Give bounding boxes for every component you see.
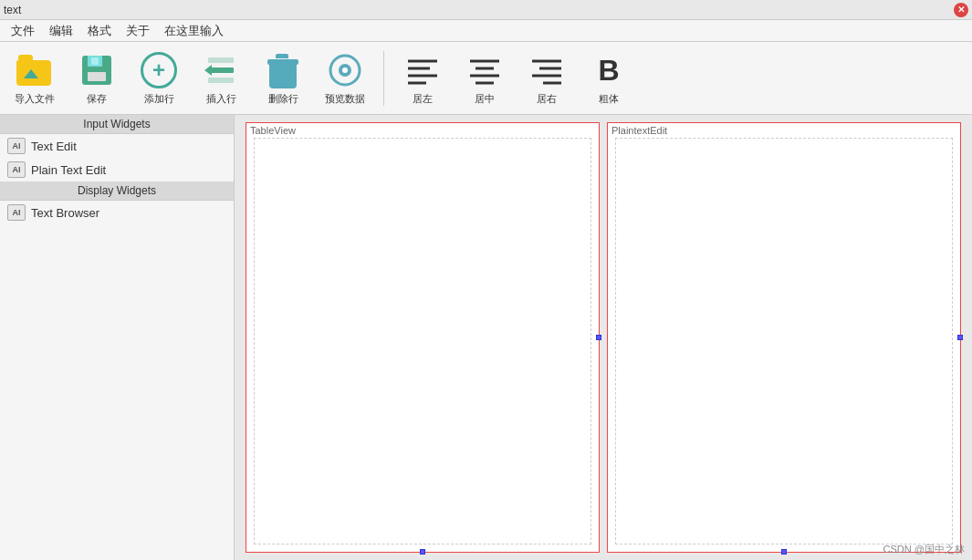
table-view-content[interactable] (254, 138, 591, 544)
toolbar-separator (383, 51, 384, 106)
input-widgets-header: Input Widgets (0, 115, 234, 134)
save-icon (77, 50, 117, 90)
preview-icon (325, 50, 365, 90)
main-area: Input Widgets AI Text Edit AI Plain Text… (0, 115, 972, 560)
menu-item-关于[interactable]: 关于 (119, 21, 157, 41)
preview-label: 预览数据 (325, 92, 365, 106)
delete-row-button[interactable]: 删除行 (256, 47, 310, 109)
sidebar: Input Widgets AI Text Edit AI Plain Text… (0, 115, 235, 560)
insert-icon (201, 50, 241, 90)
align-center-icon (465, 50, 505, 90)
add-row-label: 添加行 (144, 92, 174, 106)
bold-button[interactable]: B 粗体 (581, 47, 636, 109)
import-label: 导入文件 (15, 92, 55, 106)
title-bar: text ✕ (0, 0, 972, 20)
resize-handle-bottom-2[interactable] (781, 549, 787, 555)
sidebar-item-text-browser[interactable]: AI Text Browser (0, 201, 234, 224)
toolbar: 导入文件 保存 添加行 (0, 42, 972, 115)
watermark: CSDN @国中之林 (883, 543, 965, 556)
plaintext-edit-label: PlaintextEdit (611, 125, 667, 136)
svg-rect-4 (208, 57, 234, 63)
resize-handle-right-2[interactable] (957, 335, 963, 340)
menu-bar: 文件编辑格式关于在这里输入 (0, 20, 972, 42)
bold-label: 粗体 (599, 92, 619, 106)
panels-container: TableView PlaintextEdit (235, 115, 972, 560)
svg-marker-7 (204, 65, 212, 76)
align-center-label: 居中 (475, 92, 495, 106)
close-button[interactable]: ✕ (954, 3, 968, 17)
ai-icon-text-browser: AI (7, 204, 26, 221)
menu-item-文件[interactable]: 文件 (4, 21, 42, 41)
save-label: 保存 (87, 92, 107, 106)
sidebar-item-text-edit[interactable]: AI Text Edit (0, 134, 234, 158)
resize-handle-bottom[interactable] (420, 549, 425, 555)
svg-rect-5 (208, 67, 234, 73)
plain-text-edit-label: Plain Text Edit (31, 163, 106, 177)
add-row-button[interactable]: 添加行 (131, 47, 186, 109)
resize-handle-right[interactable] (596, 335, 601, 340)
folder-icon (15, 50, 55, 90)
table-view-panel: TableView (246, 122, 600, 553)
insert-row-button[interactable]: 插入行 (193, 47, 248, 109)
display-widgets-header: Display Widgets (0, 181, 234, 201)
sidebar-item-plain-text-edit[interactable]: AI Plain Text Edit (0, 158, 234, 181)
menu-item-格式[interactable]: 格式 (80, 21, 119, 41)
import-button[interactable]: 导入文件 (7, 47, 62, 109)
align-center-button[interactable]: 居中 (457, 47, 512, 109)
work-area: TableView PlaintextEdit CSDN @国中之林 (235, 115, 972, 560)
bold-icon: B (589, 50, 629, 90)
svg-rect-2 (88, 72, 106, 81)
align-right-icon (527, 50, 567, 90)
svg-point-10 (342, 67, 348, 73)
window-title: text (4, 4, 21, 16)
table-view-label: TableView (250, 125, 296, 136)
add-icon (139, 50, 179, 90)
plaintext-edit-content[interactable] (615, 138, 953, 544)
delete-row-label: 删除行 (268, 92, 298, 106)
menu-item-编辑[interactable]: 编辑 (42, 21, 80, 41)
svg-rect-6 (208, 78, 234, 83)
ai-icon-plain-text-edit: AI (7, 161, 26, 178)
ai-icon-text-edit: AI (7, 138, 26, 154)
insert-row-label: 插入行 (206, 92, 236, 106)
align-left-button[interactable]: 居左 (395, 47, 450, 109)
save-button[interactable]: 保存 (69, 47, 124, 109)
align-right-label: 居右 (537, 92, 557, 106)
menu-item-在这里输入[interactable]: 在这里输入 (157, 21, 231, 41)
align-left-icon (402, 50, 443, 90)
plaintext-edit-panel: PlaintextEdit (607, 122, 961, 553)
align-right-button[interactable]: 居右 (519, 47, 574, 109)
text-browser-label: Text Browser (31, 206, 99, 220)
preview-button[interactable]: 预览数据 (318, 47, 372, 109)
delete-icon (263, 50, 303, 90)
text-edit-label: Text Edit (31, 140, 77, 153)
align-left-label: 居左 (413, 92, 433, 106)
svg-rect-3 (91, 57, 99, 65)
